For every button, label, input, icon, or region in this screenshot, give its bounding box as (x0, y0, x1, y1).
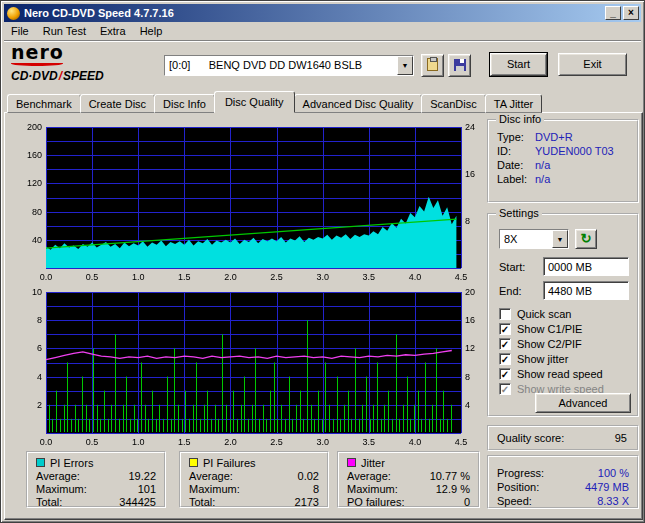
stat-box-pi-failures: PI FailuresAverage:0.02Maximum:8Total:21… (179, 451, 329, 508)
start-position-input[interactable] (543, 257, 629, 276)
stat-header: PI Errors (36, 456, 156, 469)
stat-label: Total: (189, 496, 215, 508)
progress-value: 4479 MB (585, 481, 629, 493)
nero-logo: nero CD·DVD/SPEED (11, 43, 161, 83)
tab-scandisc[interactable]: ScanDisc (421, 94, 485, 113)
disc-info-label: ID: (497, 145, 511, 157)
drive-selector-value[interactable]: [0:0] BENQ DVD DD DW1640 BSLB (165, 56, 397, 75)
progress-row-speed: Speed:8.33 X (497, 495, 629, 509)
checkbox-box[interactable]: ✓ (499, 338, 511, 350)
check-icon: ✓ (500, 384, 510, 395)
title-bar[interactable]: Nero CD-DVD Speed 4.7.7.16 _ × (4, 4, 641, 22)
checkbox-box[interactable]: ✓ (499, 323, 511, 335)
tab-create-disc[interactable]: Create Disc (80, 94, 155, 113)
check-icon: ✓ (500, 339, 510, 350)
refresh-icon: ↻ (581, 231, 592, 246)
minimize-button[interactable]: _ (605, 6, 621, 20)
disc-info-value: YUDEN000 T03 (535, 145, 614, 157)
exit-button[interactable]: Exit (558, 53, 627, 76)
check-icon: ✓ (500, 369, 510, 380)
stat-title: PI Errors (50, 457, 93, 469)
scan-speed-selector[interactable]: 8X ▼ (499, 229, 569, 249)
close-button[interactable]: × (623, 6, 639, 20)
tab-disc-info[interactable]: Disc Info (154, 94, 215, 113)
end-position-input[interactable] (543, 281, 629, 300)
menu-item-file[interactable]: File (4, 23, 36, 39)
checkbox-label: Show read speed (517, 368, 603, 380)
menu-item-extra[interactable]: Extra (93, 23, 133, 39)
disc-info-title: Disc info (496, 113, 544, 125)
progress-rows: Progress:100 %Position:4479 MBSpeed:8.33… (489, 457, 637, 509)
stat-label: Total: (36, 496, 62, 508)
checkbox-show-jitter[interactable]: ✓Show jitter (499, 352, 568, 366)
menu-item-run-test[interactable]: Run Test (36, 23, 93, 39)
disc-info-label: Label: (497, 173, 527, 185)
scan-speed-value[interactable]: 8X (500, 230, 552, 248)
tab-benchmark[interactable]: Benchmark (7, 94, 81, 113)
legend-swatch-pi-failures (189, 458, 198, 467)
progress-value: 100 % (598, 467, 629, 479)
advanced-button[interactable]: Advanced (535, 393, 631, 413)
minimize-icon: _ (610, 7, 616, 18)
stat-header: Jitter (347, 456, 470, 469)
stat-row-maximum: Maximum:101 (36, 483, 156, 496)
tab-ta-jitter[interactable]: TA Jitter (485, 94, 543, 113)
quality-score-box: Quality score: 95 (487, 425, 639, 451)
pi-failures-jitter-chart (9, 288, 479, 448)
menu-item-help[interactable]: Help (133, 23, 170, 39)
copy-to-clipboard-button[interactable] (421, 54, 444, 77)
save-screenshot-button[interactable] (448, 54, 471, 77)
check-icon: ✓ (500, 324, 510, 335)
stat-label: PO failures: (347, 496, 404, 508)
stat-value: 8 (313, 483, 319, 495)
stat-title: Jitter (361, 457, 385, 469)
progress-label: Speed: (497, 495, 532, 507)
menu-bar: FileRun TestExtraHelp (4, 22, 641, 41)
checkbox-show-c1-pie[interactable]: ✓Show C1/PIE (499, 322, 582, 336)
stat-value: 2173 (295, 496, 319, 508)
checkbox-box[interactable]: ✓ (499, 383, 511, 395)
stat-value: 19.22 (128, 470, 156, 482)
progress-label: Position: (497, 481, 539, 493)
check-icon: ✓ (500, 354, 510, 365)
window-title: Nero CD-DVD Speed 4.7.7.16 (24, 7, 603, 19)
tab-advanced-disc-quality[interactable]: Advanced Disc Quality (294, 94, 423, 113)
disc-info-label: Type: (497, 131, 524, 143)
checkbox-show-c2-pif[interactable]: ✓Show C2/PIF (499, 337, 582, 351)
stat-row-average: Average:10.77 % (347, 470, 470, 483)
stat-value: 12.9 % (436, 483, 470, 495)
start-position-label: Start: (499, 261, 525, 273)
checkbox-box[interactable] (499, 308, 511, 320)
drive-selector[interactable]: [0:0] BENQ DVD DD DW1640 BSLB ▼ (164, 55, 414, 76)
refresh-disc-button[interactable]: ↻ (575, 229, 597, 249)
checkbox-label: Quick scan (517, 308, 571, 320)
stat-value: 344425 (119, 496, 156, 508)
scan-speed-dropdown-button[interactable]: ▼ (552, 230, 568, 248)
disc-info-row-date: Date:n/a (497, 159, 629, 173)
disc-info-rows: Type:DVD+RID:YUDEN000 T03Date:n/aLabel:n… (489, 121, 637, 187)
stat-value: 0 (464, 496, 470, 508)
stat-row-maximum: Maximum:12.9 % (347, 483, 470, 496)
checkbox-box[interactable]: ✓ (499, 368, 511, 380)
drive-selector-dropdown-button[interactable]: ▼ (397, 56, 413, 75)
stat-row-po-failures: PO failures:0 (347, 496, 470, 509)
legend-swatch-jitter (347, 458, 356, 467)
checkbox-label: Show jitter (517, 353, 568, 365)
tab-disc-quality[interactable]: Disc Quality (214, 91, 295, 113)
stat-label: Average: (189, 470, 233, 482)
disc-info-row-type: Type:DVD+R (497, 131, 629, 145)
stat-label: Maximum: (36, 483, 87, 495)
stat-label: Maximum: (189, 483, 240, 495)
pi-errors-chart (9, 123, 479, 283)
statistics-area: PI ErrorsAverage:19.22Maximum:101Total:3… (26, 451, 481, 508)
checkbox-show-read-speed[interactable]: ✓Show read speed (499, 367, 603, 381)
start-button[interactable]: Start (490, 53, 547, 76)
disc-info-value: n/a (535, 173, 550, 185)
close-icon: × (628, 7, 634, 18)
checkbox-quick-scan[interactable]: Quick scan (499, 307, 571, 321)
checkbox-box[interactable]: ✓ (499, 353, 511, 365)
settings-group: Settings 8X ▼ ↻ Start: End: Quick scan✓S… (487, 213, 639, 417)
stat-row-average: Average:19.22 (36, 470, 156, 483)
chevron-down-icon: ▼ (557, 236, 564, 243)
disc-info-row-label: Label:n/a (497, 173, 629, 187)
